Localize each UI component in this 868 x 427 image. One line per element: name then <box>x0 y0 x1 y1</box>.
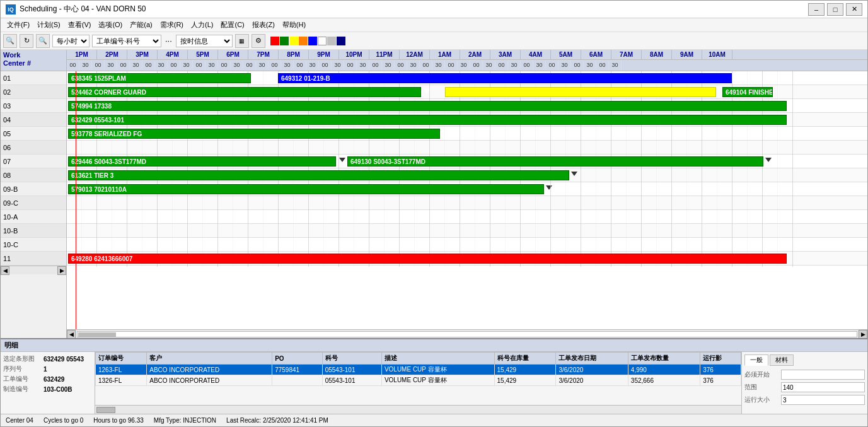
app-icon: IQ <box>6 4 16 15</box>
find-button[interactable]: 🔍 <box>3 34 17 48</box>
color-gray[interactable] <box>327 37 336 45</box>
cell-stock-2: 15,429 <box>494 375 556 386</box>
menu-item-文件F[interactable]: 文件(F) <box>3 19 33 31</box>
scroll-gantt-right[interactable]: ▶ <box>859 330 867 339</box>
color-orange[interactable] <box>299 37 308 45</box>
bar-649130[interactable]: 649130 S0043-3ST177MD <box>347 156 763 167</box>
gantt-row-10c[interactable] <box>67 238 867 252</box>
refresh-button[interactable]: ↻ <box>20 34 33 48</box>
gantt-row-10a[interactable] <box>67 210 867 224</box>
time-7am: 7AM <box>611 50 642 59</box>
time-info-select[interactable]: 按时信息 <box>176 35 233 47</box>
detail-row-1[interactable]: 1263-FL ABCO INCORPORATED 7759841 05543-… <box>96 365 741 375</box>
scroll-right[interactable]: ▶ <box>57 266 66 275</box>
menu-item-人力L[interactable]: 人力(L) <box>187 19 217 31</box>
status-mfg-type: Mfg Type: INJECTION <box>154 417 216 424</box>
menu-item-报表Z[interactable]: 报表(Z) <box>248 19 279 31</box>
bar-649312[interactable]: 649312 01-219-B <box>278 73 732 83</box>
gantt-row-01[interactable]: 638345 1525PLAM 649312 01-219-B <box>67 71 867 85</box>
gantt-row-02[interactable]: 524462 CORNER GUARD 649104 FINISHED G <box>67 85 867 99</box>
label-selected-bar: 选定条形图 <box>3 354 41 363</box>
col-part: 科号 <box>322 353 381 365</box>
zoom-button[interactable]: 🔍 <box>36 34 50 48</box>
color-navy[interactable] <box>337 37 345 45</box>
detail-row-2[interactable]: 1326-FL ABCO INCORPORATED 05543-101 VOLU… <box>96 375 741 386</box>
gantt-row-03[interactable]: 574994 17338 <box>67 99 867 113</box>
scroll-thumb <box>11 267 56 274</box>
color-white[interactable] <box>318 37 327 45</box>
wc-row-04: 04 <box>1 113 66 127</box>
bar-579013[interactable]: 579013 70210110A <box>68 184 544 194</box>
detail-right-tabs: 一般 材料 <box>744 354 865 366</box>
input-must-start[interactable] <box>781 370 865 380</box>
gantt-row-10b[interactable] <box>67 224 867 238</box>
gantt-row-04[interactable]: 632429 05543-101 <box>67 113 867 127</box>
menu-item-帮助H[interactable]: 帮助(H) <box>279 19 310 31</box>
bar-632429[interactable]: 632429 05543-101 <box>68 115 787 125</box>
status-bar: Center 04 Cycles to go 0 Hours to go 96.… <box>1 414 867 426</box>
bar-593778[interactable]: 593778 SERIALIZED FG <box>68 129 440 139</box>
scroll-gantt-left[interactable]: ◀ <box>67 330 76 339</box>
time-9am: 9AM <box>672 50 702 59</box>
gantt-scrollbar-thumb[interactable] <box>78 332 116 337</box>
maximize-button[interactable]: □ <box>827 3 843 16</box>
scroll-left[interactable]: ◀ <box>1 266 9 275</box>
gantt-row-05[interactable]: 593778 SERIALIZED FG <box>67 127 867 141</box>
t-minor: 30 <box>584 60 596 70</box>
bar-574994[interactable]: 574994 17338 <box>68 101 787 111</box>
gantt-row-07[interactable]: 629446 S0043-3ST177MD 649130 S0043-3ST17… <box>67 155 867 168</box>
bar-638345[interactable]: 638345 1525PLAM <box>68 73 251 83</box>
wc-row-09c: 09-C <box>1 196 66 210</box>
color-blue[interactable] <box>308 37 317 45</box>
input-run-size[interactable] <box>781 395 865 405</box>
gantt-row-11[interactable]: 649280 62413666007 <box>67 252 867 266</box>
gantt-row-09c[interactable] <box>67 196 867 210</box>
color-yellow[interactable] <box>289 37 298 45</box>
bar-649280[interactable]: 649280 62413666007 <box>68 254 787 264</box>
gantt-row-08[interactable]: 613621 TIER 3 <box>67 168 867 182</box>
color-red[interactable] <box>270 37 279 45</box>
more-button[interactable]: ··· <box>164 36 173 45</box>
bar-524462[interactable]: 524462 CORNER GUARD <box>68 87 421 97</box>
table-scroll-thumb[interactable] <box>96 407 115 413</box>
close-button[interactable]: ✕ <box>846 3 862 16</box>
order-field-select[interactable]: 工单编号·科号 <box>92 35 161 47</box>
cell-po-2 <box>272 375 323 386</box>
minimize-button[interactable]: – <box>808 3 825 16</box>
bar-613621[interactable]: 613621 TIER 3 <box>68 170 569 180</box>
detail-left: 选定条形图 632429 05543 序列号 1 工单编号 632429 制造编… <box>1 352 95 414</box>
tab-material[interactable]: 材料 <box>770 354 794 366</box>
color-green[interactable] <box>280 37 289 45</box>
gantt-row-09b[interactable]: 579013 70210110A <box>67 182 867 196</box>
settings-button[interactable]: ⚙ <box>252 34 265 48</box>
time-unit-select[interactable]: 每小时 <box>52 35 90 47</box>
field-mfg-no: 制造编号 103-C00B <box>3 385 92 394</box>
menu-item-查看V[interactable]: 查看(V) <box>64 19 95 31</box>
t-minor: 30 <box>533 60 546 70</box>
gantt-row-06[interactable] <box>67 141 867 155</box>
input-range[interactable] <box>781 382 865 392</box>
cell-part-1: 05543-101 <box>322 365 381 375</box>
grid-button[interactable]: ▦ <box>235 34 249 48</box>
col-release-date: 工单发布日期 <box>556 353 628 365</box>
t-minor: 00 <box>470 60 483 70</box>
menu-item-选项O[interactable]: 选项(O) <box>95 19 126 31</box>
time-3pm: 3PM <box>127 50 158 59</box>
wc-row-06: 06 <box>1 141 66 155</box>
tab-general[interactable]: 一般 <box>744 354 768 366</box>
t-minor: 30 <box>130 60 142 70</box>
bar-649104[interactable]: 649104 FINISHED G <box>722 87 773 97</box>
menu-item-产能a[interactable]: 产能(a) <box>126 19 156 31</box>
time-1am: 1AM <box>430 50 460 59</box>
menu-item-需求R[interactable]: 需求(R) <box>156 19 187 31</box>
gantt-rows[interactable]: 638345 1525PLAM 649312 01-219-B 524462 C… <box>67 71 867 329</box>
gantt-scrollbar-track[interactable] <box>77 331 857 337</box>
t-minor: 30 <box>205 60 218 70</box>
menu-item-计划S[interactable]: 计划(S) <box>33 19 64 31</box>
bar-629446[interactable]: 629446 S0043-3ST177MD <box>68 156 336 167</box>
menu-item-配置C[interactable]: 配置(C) <box>217 19 248 31</box>
bar-yellow-02[interactable] <box>445 87 716 97</box>
time-10am: 10AM <box>702 50 732 59</box>
t-minor: 00 <box>67 60 79 70</box>
col-release-qty: 工单发布数量 <box>628 353 700 365</box>
